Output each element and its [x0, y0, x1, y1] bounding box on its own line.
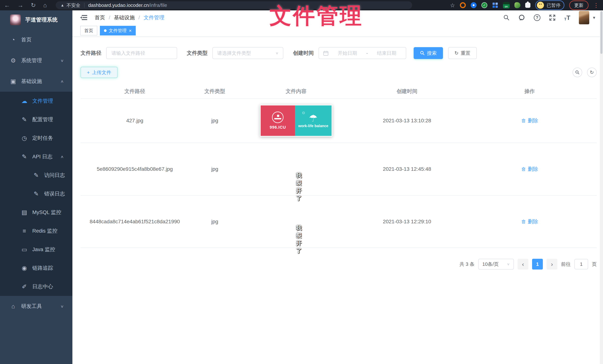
col-file-path: 文件路径: [81, 88, 189, 95]
database-icon: ▤: [20, 209, 29, 216]
url-path: /infra/file: [149, 2, 167, 8]
sidebar-item-label: 定时任务: [32, 135, 53, 142]
url-divider: [84, 3, 84, 8]
cell-file-content: 996.ICU ☼ ☂ work-life balance: [241, 105, 352, 136]
app-logo[interactable]: 芋道管理系统: [0, 10, 72, 29]
sidebar-item-redis-monitor[interactable]: ≡ Redis 监控: [0, 222, 72, 240]
browser-home-icon[interactable]: ⌂: [43, 2, 47, 8]
date-separator: -: [366, 50, 368, 56]
extension-on-badge[interactable]: on: [503, 2, 510, 8]
file-type-select[interactable]: 请选择文件类型 ∨: [212, 47, 283, 59]
delete-button[interactable]: 删除: [521, 117, 538, 124]
sidebar-item-error-logs[interactable]: ✎ 错误日志: [0, 184, 72, 203]
sidebar-item-config[interactable]: ✎ 配置管理: [0, 110, 72, 129]
delete-button[interactable]: 删除: [521, 166, 538, 173]
browser-reload-icon[interactable]: ↻: [31, 2, 36, 8]
sidebar-item-label: 日志中心: [32, 283, 53, 290]
not-secure-label[interactable]: 不安全: [67, 2, 80, 8]
extension-orange-icon[interactable]: [460, 2, 466, 8]
tag-label: 文件管理: [109, 28, 127, 34]
breadcrumb-home[interactable]: 首页: [95, 14, 105, 21]
cell-file-type: jpg: [189, 166, 241, 172]
sidebar-item-java-monitor[interactable]: ▭ Java 监控: [0, 240, 72, 259]
vertical-scrollbar[interactable]: [600, 10, 603, 364]
profile-emoji-avatar: [537, 2, 544, 9]
header-search-icon[interactable]: [503, 14, 510, 21]
font-size-icon[interactable]: TT: [564, 14, 570, 21]
hamburger-icon[interactable]: [80, 14, 88, 21]
extension-pin-icon[interactable]: [471, 2, 476, 8]
profile-paused-pill[interactable]: 已暂停: [535, 0, 564, 10]
sun-icon: ☼: [301, 110, 306, 115]
chevron-up-icon: ∧: [60, 154, 64, 159]
sidebar-submenu-infrastructure: ☁ 文件管理 ✎ 配置管理 ◷ 定时任务 ✎ API 日志 ∧ ✎ 访问日志 ✎: [0, 92, 72, 296]
filter-form: 文件路径 文件类型 请选择文件类型 ∨ 创建时间 开始日期 - 结束日期: [81, 47, 597, 59]
chrome-update-button[interactable]: 更新: [569, 0, 589, 10]
sidebar-item-label: API 日志: [32, 153, 53, 160]
tag-close-icon[interactable]: ×: [129, 28, 132, 33]
fullscreen-icon[interactable]: [549, 14, 556, 21]
sidebar-item-home[interactable]: ◔ 首页: [0, 29, 72, 50]
upload-file-button[interactable]: + 上传文件: [81, 67, 117, 78]
file-preview-996-banner[interactable]: 996.ICU ☼ ☂ work-life balance: [260, 105, 332, 136]
prev-page-button[interactable]: ‹: [518, 259, 528, 270]
tag-home[interactable]: 首页: [80, 26, 97, 35]
paused-label: 已暂停: [546, 2, 560, 8]
extension-grid-icon[interactable]: [492, 2, 498, 8]
breadcrumb-current: 文件管理: [144, 14, 164, 21]
sidebar-item-file-management[interactable]: ☁ 文件管理: [0, 92, 72, 110]
refresh-table-button[interactable]: ↻: [587, 68, 597, 77]
end-date-placeholder: 结束日期: [371, 50, 402, 57]
breadcrumb-infrastructure[interactable]: 基础设施: [114, 14, 135, 21]
sidebar-item-scheduled-jobs[interactable]: ◷ 定时任务: [0, 129, 72, 147]
user-avatar[interactable]: [579, 11, 589, 24]
sidebar-item-dev-tools[interactable]: ⌂ 研发工具 ∨: [0, 296, 72, 317]
extension-leaf-icon[interactable]: [514, 2, 520, 8]
col-actions: 操作: [463, 88, 597, 95]
current-page-button[interactable]: 1: [532, 259, 543, 270]
sidebar-item-label: 配置管理: [32, 116, 53, 123]
delete-label: 删除: [528, 166, 538, 173]
reset-button[interactable]: ↻ 重置: [448, 47, 477, 59]
col-file-content: 文件内容: [241, 88, 352, 95]
extensions-puzzle-icon[interactable]: [525, 3, 530, 8]
browser-menu-kebab-icon[interactable]: ⋮: [593, 2, 599, 9]
file-type-label: 文件类型: [187, 50, 208, 57]
delete-button[interactable]: 删除: [521, 218, 538, 225]
app-title: 芋道管理系统: [25, 16, 58, 23]
browser-back-icon[interactable]: ←: [4, 2, 10, 8]
avatar-caret-down-icon[interactable]: ▾: [593, 15, 595, 20]
sidebar-item-access-logs[interactable]: ✎ 访问日志: [0, 166, 72, 184]
toggle-search-button[interactable]: [573, 68, 582, 77]
sidebar-item-infrastructure[interactable]: ▣ 基础设施 ∧: [0, 71, 72, 92]
github-icon[interactable]: [518, 14, 525, 21]
sidebar-item-label: 错误日志: [44, 190, 65, 197]
search-button-label: 搜索: [427, 50, 437, 57]
date-range-picker[interactable]: 开始日期 - 结束日期: [319, 47, 406, 59]
table-toolbar: + 上传文件 ↻: [81, 67, 597, 78]
tag-file-management[interactable]: 文件管理 ×: [100, 26, 136, 35]
refresh-icon: ↻: [590, 70, 594, 75]
help-icon[interactable]: ?: [534, 14, 540, 21]
chevron-down-icon: ∨: [276, 51, 278, 55]
log-icon: ✎: [20, 153, 29, 160]
sidebar-item-mysql-monitor[interactable]: ▤ MySQL 监控: [0, 203, 72, 222]
browser-forward-icon[interactable]: →: [17, 2, 23, 8]
sidebar-item-tracing[interactable]: ◉ 链路追踪: [0, 259, 72, 277]
goto-page-input[interactable]: [574, 259, 588, 269]
extension-check-icon[interactable]: ✓: [481, 2, 487, 8]
search-button[interactable]: 搜索: [414, 47, 443, 59]
goto-label: 前往: [561, 261, 571, 267]
file-path-input[interactable]: [106, 47, 177, 59]
page-size-select[interactable]: 10条/页 ∨: [478, 259, 514, 270]
sidebar-item-system[interactable]: ⚙ 系统管理 ∨: [0, 50, 72, 71]
sidebar-item-log-center[interactable]: ✐ 日志中心: [0, 277, 72, 296]
scrollbar-thumb[interactable]: [600, 11, 603, 54]
bookmark-star-icon[interactable]: ☆: [450, 2, 455, 9]
next-page-button[interactable]: ›: [546, 259, 557, 270]
beach-umbrella-icon: ☂: [309, 114, 318, 123]
table-row: 8448cada8c714e4ab61f521c8da21990 jpg 我裂开…: [81, 196, 597, 248]
address-bar[interactable]: ▲ 不安全 dashboard.yudao.iocoder.cn /infra/…: [56, 1, 412, 9]
sidebar-item-api-logs[interactable]: ✎ API 日志 ∧: [0, 147, 72, 166]
trash-icon: [521, 118, 526, 123]
